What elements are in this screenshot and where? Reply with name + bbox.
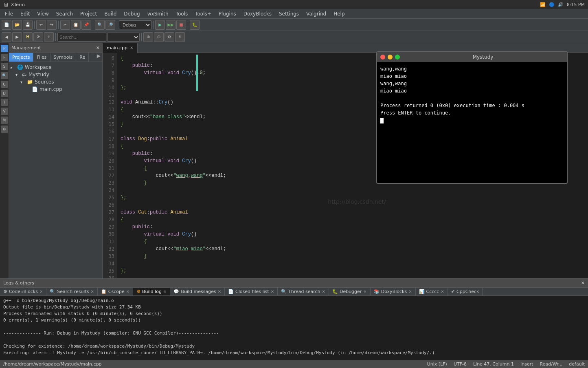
- tree-sources[interactable]: ▾ 📁 Sources: [11, 78, 101, 86]
- term-cursor: [380, 118, 384, 123]
- highlight-btn[interactable]: H: [23, 32, 33, 42]
- settings-btn[interactable]: ⚙: [165, 32, 174, 42]
- find-btn[interactable]: 🔍: [95, 20, 105, 30]
- tab-build-log-close[interactable]: ✕: [163, 289, 167, 294]
- menu-item-edit[interactable]: Edit: [17, 10, 33, 18]
- menu-item-file[interactable]: File: [2, 10, 16, 18]
- toolbar-2: ◀ ▶ H ⟳ + ⊕ ⊖ ⚙ ℹ: [0, 31, 588, 43]
- replace-btn[interactable]: 🔎: [105, 20, 115, 30]
- tab-doxyblocks[interactable]: 📚 DoxyBlocks ✕: [371, 288, 416, 295]
- close-panel-btn[interactable]: ✕: [96, 45, 100, 51]
- tab-closed-files[interactable]: 📄 Closed files list ✕: [225, 288, 278, 295]
- menu-item-wxsmith[interactable]: wxSmith: [144, 10, 172, 18]
- copy-btn[interactable]: 📋: [71, 20, 81, 30]
- menu-item-debug[interactable]: Debug: [121, 10, 143, 18]
- prev-btn[interactable]: ◀: [2, 32, 11, 42]
- code-tab-close[interactable]: ✕: [130, 46, 133, 50]
- tab-re[interactable]: Re: [76, 53, 89, 62]
- sidebar-icon-misc[interactable]: M: [1, 117, 8, 124]
- menu-item-help[interactable]: Help: [330, 10, 348, 18]
- tab-files[interactable]: Files: [33, 53, 50, 62]
- sidebar-icon-search[interactable]: 🔍: [1, 72, 8, 79]
- tab-ccccc[interactable]: 📊 Ccccc ✕: [416, 288, 448, 295]
- paste-btn[interactable]: 📌: [81, 20, 91, 30]
- menu-item-search[interactable]: Search: [53, 10, 76, 18]
- tab-cscope-close[interactable]: ✕: [126, 289, 129, 294]
- tab-ccccc-close[interactable]: ✕: [441, 289, 444, 294]
- menu-item-settings[interactable]: Settings: [276, 10, 302, 18]
- format-btn[interactable]: ⟳: [33, 32, 43, 42]
- sidebar-icon-symbols[interactable]: S: [1, 63, 8, 70]
- redo-btn[interactable]: ↪: [47, 20, 57, 30]
- info-btn[interactable]: ℹ: [175, 32, 185, 42]
- cut-btn[interactable]: ✂: [60, 20, 70, 30]
- new-btn[interactable]: 📄: [2, 20, 11, 30]
- thread-search-icon: 🔍: [281, 289, 287, 294]
- tab-build-messages-close[interactable]: ✕: [218, 289, 221, 294]
- menu-item-doxyblocks[interactable]: DoxyBlocks: [240, 10, 275, 18]
- tree-project[interactable]: ▾ 🗂 Mystudy: [11, 71, 101, 78]
- tab-search-results[interactable]: 🔍 Search results ✕: [46, 288, 98, 295]
- log-line-2: Output file is bin/Debug/Mystudy with si…: [3, 304, 585, 311]
- tab-debugger-close[interactable]: ✕: [363, 289, 366, 294]
- search-scope[interactable]: [107, 33, 140, 42]
- menu-item-project[interactable]: Project: [77, 10, 100, 18]
- tab-debugger[interactable]: 🐛 Debugger ✕: [329, 288, 371, 295]
- menu-item-valgrind[interactable]: Valgrind: [303, 10, 329, 18]
- tree-workspace[interactable]: ▸ 🌐 Workspace: [11, 64, 101, 71]
- menu-item-build[interactable]: Build: [101, 10, 120, 18]
- tabs-nav-forward[interactable]: ▶: [95, 53, 102, 62]
- menu-item-plugins[interactable]: Plugins: [215, 10, 239, 18]
- network-icon: 📶: [540, 2, 546, 7]
- tab-cppcheck[interactable]: ✔ CppCheck: [448, 288, 483, 295]
- zoom-out-btn[interactable]: ⊖: [154, 32, 164, 42]
- terminal-max-btn[interactable]: [395, 55, 400, 59]
- search-input[interactable]: [57, 33, 106, 42]
- sidebar-icon-vars[interactable]: V: [1, 108, 8, 115]
- save-btn[interactable]: 💾: [23, 20, 33, 30]
- debug-btn[interactable]: 🐛: [190, 20, 200, 30]
- tab-doxyblocks-close[interactable]: ✕: [408, 289, 412, 294]
- tab-search-results-close[interactable]: ✕: [90, 289, 94, 294]
- tab-codeblocks[interactable]: ⚙ Code::Blocks ✕: [0, 288, 46, 295]
- sidebar-icon-class[interactable]: C: [1, 81, 8, 88]
- search-results-icon: 🔍: [50, 289, 55, 294]
- build-btn[interactable]: ▶: [155, 20, 165, 30]
- sidebar-icon-misc2[interactable]: ⚙: [1, 126, 8, 133]
- terminal-window[interactable]: Mystudy wang,wang miao miao wang,wang mi…: [376, 51, 568, 184]
- term-line-4: miao miao: [380, 87, 564, 95]
- more-btn[interactable]: +: [44, 32, 54, 42]
- gutter-markers: [196, 55, 198, 91]
- tab-closed-files-close[interactable]: ✕: [271, 289, 274, 294]
- logs-close-icon[interactable]: ✕: [581, 280, 585, 286]
- undo-btn[interactable]: ↩: [36, 20, 46, 30]
- sidebar-icon-todo[interactable]: T: [1, 99, 8, 106]
- debugger-icon: 🐛: [332, 289, 338, 294]
- terminal-min-btn[interactable]: [388, 55, 393, 59]
- tab-codeblocks-close[interactable]: ✕: [39, 289, 43, 294]
- tab-symbols[interactable]: Symbols: [50, 53, 77, 62]
- tab-doxyblocks-label: DoxyBlocks: [381, 289, 407, 294]
- open-btn[interactable]: 📂: [12, 20, 22, 30]
- run-btn[interactable]: ▶▶: [166, 20, 176, 30]
- tab-build-messages[interactable]: 💬 Build messages ✕: [170, 288, 225, 295]
- next-btn[interactable]: ▶: [12, 32, 22, 42]
- menu-item-tools[interactable]: Tools: [173, 10, 191, 18]
- tab-cscope[interactable]: 📋 Cscope ✕: [98, 288, 133, 295]
- tab-build-log[interactable]: ⚙ Build log ✕: [133, 288, 170, 295]
- sidebar-icon-project[interactable]: P: [1, 45, 8, 52]
- code-tab-maincpp[interactable]: main.cpp ✕: [103, 43, 138, 53]
- terminal-close-btn[interactable]: [380, 55, 385, 59]
- menu-item-view[interactable]: View: [34, 10, 52, 18]
- build-config-select[interactable]: Debug Release: [119, 20, 151, 29]
- stop-btn[interactable]: ■: [176, 20, 186, 30]
- menu-item-tools[interactable]: Tools+: [192, 10, 215, 18]
- workspace-expand-icon: ▸: [11, 65, 15, 70]
- tree-maincpp[interactable]: 📄 main.cpp: [11, 86, 101, 93]
- zoom-in-btn[interactable]: ⊕: [143, 32, 153, 42]
- tab-thread-search-close[interactable]: ✕: [322, 289, 325, 294]
- sidebar-icon-files[interactable]: F: [1, 54, 8, 61]
- tab-thread-search[interactable]: 🔍 Thread search ✕: [278, 288, 329, 295]
- tab-projects[interactable]: Projects: [9, 53, 33, 62]
- sidebar-icon-debug[interactable]: D: [1, 90, 8, 97]
